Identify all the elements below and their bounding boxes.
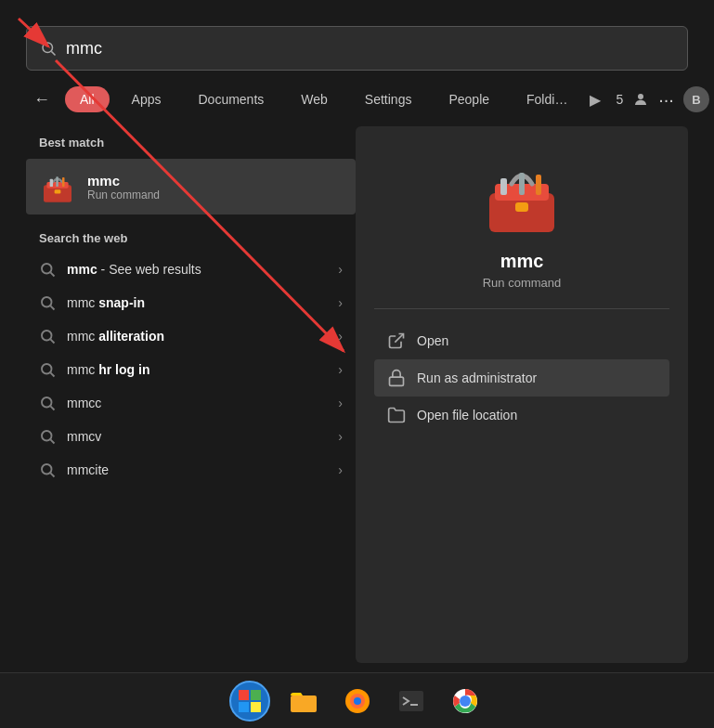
web-item-3[interactable]: mmc hr log in › (26, 353, 356, 386)
filter-all[interactable]: All (65, 86, 110, 112)
action-admin-label: Run as administrator (417, 370, 537, 385)
chevron-icon-0: › (338, 262, 343, 277)
filter-settings[interactable]: Settings (350, 86, 427, 112)
more-filters-icon[interactable]: ▶ (590, 91, 601, 109)
detail-app-icon (480, 154, 564, 238)
web-item-5[interactable]: mmcv › (26, 420, 356, 453)
svg-line-20 (50, 439, 54, 443)
search-web-title: Search the web (26, 216, 356, 253)
web-item-text-5: mmcv (67, 429, 327, 444)
detail-app-name: mmc (500, 251, 544, 272)
chrome-button[interactable] (445, 681, 486, 722)
svg-line-12 (50, 306, 54, 309)
svg-point-21 (42, 464, 52, 474)
main-content: Best match mmc Run command Search t (26, 126, 688, 663)
filter-folders[interactable]: Foldi… (512, 86, 582, 112)
person-icon (632, 91, 649, 108)
chevron-icon-1: › (338, 295, 343, 310)
web-item-text-0: mmc - See web results (67, 262, 327, 277)
chevron-icon-2: › (338, 329, 343, 344)
svg-rect-8 (56, 176, 58, 187)
filter-web[interactable]: Web (286, 86, 343, 112)
svg-point-9 (42, 264, 52, 274)
svg-point-15 (42, 364, 52, 374)
best-match-info: mmc Run command (87, 173, 160, 202)
web-item-2[interactable]: mmc alliteration › (26, 319, 356, 353)
svg-line-1 (51, 51, 55, 55)
search-bar[interactable] (26, 26, 688, 71)
svg-point-19 (42, 431, 52, 441)
svg-point-11 (42, 297, 52, 307)
search-icon-0 (39, 261, 56, 278)
action-open[interactable]: Open (374, 322, 669, 359)
back-button[interactable]: ← (26, 86, 58, 113)
filter-apps[interactable]: Apps (117, 86, 176, 112)
mmc-icon (39, 168, 76, 205)
avatar[interactable]: B (683, 86, 709, 112)
terminal-button[interactable] (391, 681, 432, 722)
best-match-item[interactable]: mmc Run command (26, 159, 356, 214)
filter-right: 5 ··· B (616, 86, 708, 112)
web-item-text-4: mmcc (67, 396, 327, 410)
action-location-label: Open file location (417, 408, 517, 422)
best-match-type: Run command (87, 188, 160, 202)
svg-rect-5 (55, 189, 61, 193)
search-icon-5 (39, 428, 56, 445)
web-item-0[interactable]: mmc - See web results › (26, 253, 356, 286)
search-icon-3 (39, 361, 56, 378)
filter-documents[interactable]: Documents (183, 86, 279, 112)
best-match-name: mmc (87, 173, 160, 188)
left-panel: Best match mmc Run command Search t (26, 126, 356, 663)
chevron-icon-4: › (338, 396, 343, 410)
start-button[interactable] (229, 681, 270, 722)
firefox-icon (344, 687, 371, 715)
filter-bar: ← All Apps Documents Web Settings People… (26, 80, 688, 119)
svg-rect-25 (515, 202, 528, 212)
svg-line-14 (50, 339, 54, 343)
svg-point-0 (43, 43, 53, 53)
chevron-icon-3: › (338, 362, 343, 377)
action-open-location[interactable]: Open file location (374, 396, 669, 434)
search-icon-2 (39, 328, 56, 344)
svg-line-18 (50, 406, 54, 410)
svg-rect-7 (62, 177, 65, 187)
svg-rect-35 (399, 691, 423, 711)
search-input[interactable] (66, 39, 674, 58)
web-item-text-3: mmc hr log in (67, 362, 327, 377)
web-item-1[interactable]: mmc snap-in › (26, 286, 356, 319)
chrome-icon (451, 687, 479, 715)
action-run-as-admin[interactable]: Run as administrator (374, 359, 669, 396)
svg-line-10 (50, 272, 54, 276)
chevron-icon-5: › (338, 429, 343, 444)
svg-line-22 (50, 473, 54, 476)
svg-point-13 (42, 331, 52, 341)
web-item-text-1: mmc snap-in (67, 295, 327, 310)
web-item-6[interactable]: mmcite › (26, 453, 356, 487)
explorer-button[interactable] (283, 681, 324, 722)
action-open-label: Open (417, 333, 448, 348)
firefox-button[interactable] (337, 681, 378, 722)
admin-icon (387, 369, 406, 387)
chevron-icon-6: › (338, 462, 343, 477)
svg-point-2 (638, 94, 643, 99)
web-item-4[interactable]: mmcc › (26, 386, 356, 420)
best-match-title: Best match (26, 126, 356, 159)
action-list: Open Run as administrator Open file loca… (374, 322, 669, 434)
folder-icon (387, 406, 406, 424)
more-options-button[interactable]: ··· (658, 89, 674, 110)
svg-rect-31 (291, 696, 317, 712)
svg-rect-6 (50, 179, 53, 187)
search-icon-6 (39, 462, 56, 478)
search-icon-1 (39, 294, 56, 311)
result-count: 5 (616, 92, 623, 107)
filter-people[interactable]: People (434, 86, 504, 112)
detail-app-type: Run command (483, 276, 562, 290)
explorer-icon (290, 687, 318, 715)
web-item-text-6: mmcite (67, 462, 327, 477)
terminal-icon (397, 687, 425, 715)
svg-point-34 (354, 697, 361, 705)
svg-line-16 (50, 372, 54, 376)
svg-rect-30 (390, 377, 404, 385)
taskbar (0, 672, 714, 728)
open-icon (387, 332, 406, 350)
